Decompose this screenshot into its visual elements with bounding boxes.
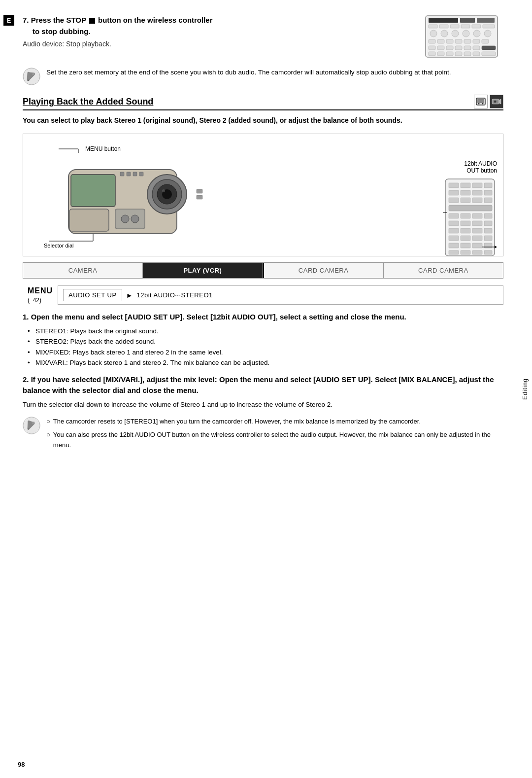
bottom-note-text2: You can also press the 12bit AUDIO OUT b… <box>53 430 503 451</box>
svg-rect-93 <box>472 228 482 233</box>
svg-point-42 <box>482 103 484 105</box>
menu-path-box: AUDIO SET UP ► 12bit AUDIO···STEREO1 <box>58 285 503 305</box>
svg-point-54 <box>162 189 165 192</box>
menu-path-arrow: ► <box>126 291 133 299</box>
svg-point-13 <box>463 30 469 37</box>
svg-rect-82 <box>449 205 492 211</box>
svg-point-11 <box>441 30 448 37</box>
svg-rect-97 <box>472 236 482 241</box>
step7-title: 7. Press the STOP button on the wireless… <box>23 15 415 37</box>
svg-rect-106 <box>484 250 492 254</box>
svg-point-46 <box>495 101 496 103</box>
step2: 2. If you have selected [MIX/VARI.], adj… <box>23 374 503 410</box>
svg-rect-100 <box>461 243 470 248</box>
step2-body: Turn the selector dial down to increase … <box>23 399 503 410</box>
svg-rect-85 <box>472 213 482 218</box>
svg-rect-99 <box>449 243 459 248</box>
svg-point-14 <box>473 30 480 37</box>
svg-rect-7 <box>461 25 470 28</box>
svg-rect-70 <box>449 183 459 188</box>
note1-icon <box>23 68 40 87</box>
audio-out-label: 12bit AUDIO OUT button <box>464 160 497 174</box>
svg-rect-89 <box>472 221 482 226</box>
circle-bullet2: ○ <box>46 430 50 440</box>
svg-rect-56 <box>120 172 124 176</box>
remote-control-image <box>425 15 503 60</box>
step1-title: 1. Open the menu and select [AUDIO SET U… <box>23 312 503 323</box>
svg-rect-4 <box>429 25 437 28</box>
svg-rect-27 <box>464 46 471 50</box>
svg-rect-36 <box>482 52 496 56</box>
svg-rect-33 <box>455 52 462 56</box>
step7-subtitle: Audio device: Stop playback. <box>23 40 415 48</box>
camera-icon <box>490 95 503 108</box>
svg-rect-35 <box>473 52 480 56</box>
svg-point-41 <box>478 103 480 105</box>
step7-text: 7. Press the STOP button on the wireless… <box>23 15 415 48</box>
svg-rect-22 <box>482 39 489 43</box>
menu-label-box: MENU ( 42) <box>23 283 58 307</box>
svg-rect-55 <box>71 175 115 207</box>
svg-rect-57 <box>127 172 131 176</box>
sidebar-editing-label: Editing <box>522 378 529 400</box>
svg-rect-101 <box>472 243 482 248</box>
sidebar-e: E <box>0 0 18 778</box>
svg-text:Selector dial: Selector dial <box>44 243 74 248</box>
svg-rect-3 <box>477 18 495 23</box>
svg-marker-109 <box>495 246 497 248</box>
svg-rect-18 <box>446 39 453 43</box>
svg-rect-2 <box>460 18 475 23</box>
tab-card-camera1[interactable]: CARD CAMERA <box>264 263 384 278</box>
bottom-note: ○ The camcorder resets to [STEREO1] when… <box>23 417 503 453</box>
page-number: 98 <box>18 761 25 768</box>
bottom-note-icon <box>23 417 40 436</box>
cassette-icon <box>474 95 488 108</box>
bottom-note-item1: ○ The camcorder resets to [STEREO1] when… <box>46 417 503 427</box>
svg-rect-79 <box>461 198 470 203</box>
audio-out-arrow <box>482 244 497 250</box>
svg-rect-73 <box>484 183 492 188</box>
step7-title2: to stop dubbing. <box>23 27 90 35</box>
svg-rect-74 <box>449 190 459 195</box>
svg-rect-20 <box>464 39 471 43</box>
svg-rect-40 <box>477 99 484 103</box>
svg-rect-83 <box>449 213 459 218</box>
sidebar-e-label: E <box>3 15 14 26</box>
menu-label-text: MENU button <box>85 145 121 152</box>
svg-rect-34 <box>464 52 471 56</box>
bullet3: MIX/FIXED: Plays back stereo 1 and stere… <box>28 347 503 358</box>
tab-camera[interactable]: CAMERA <box>23 263 143 278</box>
note1-text: Set the zero set memory at the end of th… <box>46 68 451 77</box>
svg-rect-90 <box>484 221 492 226</box>
svg-rect-24 <box>437 46 444 50</box>
diagram-box: MENU button <box>23 134 503 256</box>
svg-rect-17 <box>437 39 444 43</box>
svg-rect-103 <box>449 250 459 254</box>
menu-label: MENU <box>28 286 53 295</box>
svg-rect-29 <box>482 46 496 50</box>
remote-svg <box>425 15 499 58</box>
steps-section: 1. Open the menu and select [AUDIO SET U… <box>23 312 503 410</box>
main-content: 7. Press the STOP button on the wireless… <box>18 0 518 778</box>
svg-rect-105 <box>472 250 482 254</box>
bottom-note-item2: ○ You can also press the 12bit AUDIO OUT… <box>46 430 503 451</box>
tab-play-vcr[interactable]: PLAY (VCR) <box>143 263 263 278</box>
svg-rect-76 <box>472 190 482 195</box>
svg-rect-92 <box>461 228 470 233</box>
svg-rect-81 <box>484 198 492 203</box>
svg-rect-8 <box>472 25 481 28</box>
svg-rect-104 <box>461 250 470 254</box>
svg-point-62 <box>121 215 129 223</box>
heading-icons <box>474 95 503 108</box>
svg-rect-67 <box>197 189 202 193</box>
sidebar-editing: Editing <box>518 0 532 778</box>
svg-rect-98 <box>484 236 492 241</box>
bullet2: STEREO2: Plays back the added sound. <box>28 336 503 347</box>
diagram-right: 12bit AUDIO OUT button <box>438 160 497 250</box>
svg-rect-72 <box>472 183 482 188</box>
svg-rect-59 <box>139 172 143 176</box>
svg-rect-91 <box>449 228 459 233</box>
svg-rect-77 <box>484 190 492 195</box>
svg-rect-9 <box>483 25 495 28</box>
tab-card-camera2[interactable]: CARD CAMERA <box>384 263 503 278</box>
